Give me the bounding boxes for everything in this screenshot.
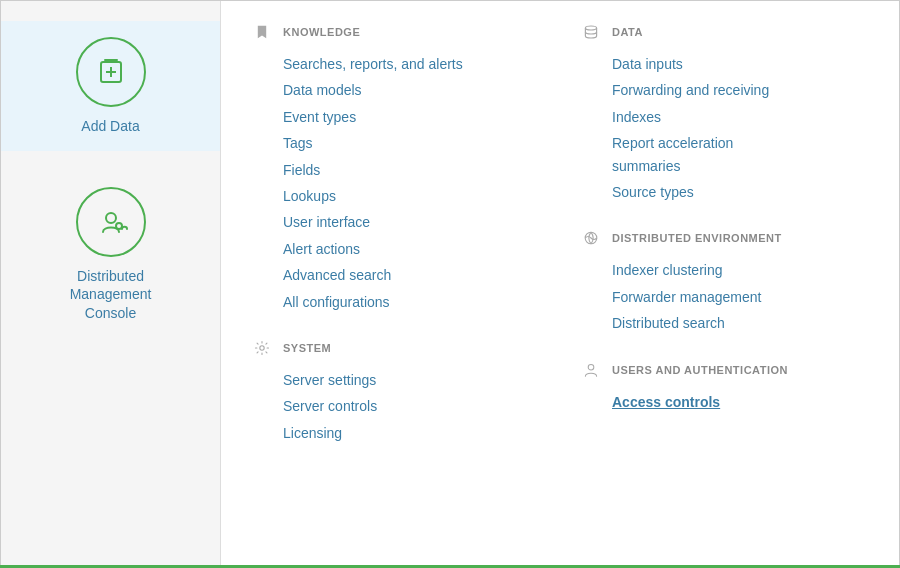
link-distributed-search[interactable]: Distributed search (612, 312, 869, 334)
add-data-icon (76, 37, 146, 107)
sidebar-item-add-data[interactable]: Add Data (1, 21, 220, 151)
data-title: DATA (612, 26, 643, 38)
svg-point-3 (106, 213, 116, 223)
dmc-icon (76, 187, 146, 257)
main-content: KNOWLEDGE Searches, reports, and alerts … (221, 1, 899, 567)
knowledge-header: KNOWLEDGE (251, 21, 540, 43)
svg-point-6 (585, 26, 596, 30)
sidebar-item-dmc[interactable]: DistributedManagementConsole (1, 171, 220, 338)
system-links: Server settings Server controls Licensin… (251, 369, 540, 444)
section-distributed: DISTRIBUTED ENVIRONMENT Indexer clusteri… (580, 227, 869, 334)
distributed-header: DISTRIBUTED ENVIRONMENT (580, 227, 869, 249)
bookmark-icon (251, 21, 273, 43)
users-auth-links: Access controls (580, 391, 869, 413)
link-access-controls[interactable]: Access controls (612, 391, 869, 413)
link-source-types[interactable]: Source types (612, 181, 869, 203)
section-data: DATA Data inputs Forwarding and receivin… (580, 21, 869, 203)
link-event-types[interactable]: Event types (283, 106, 540, 128)
settings-icon (251, 337, 273, 359)
sidebar: Add Data DistributedManagementConsole (1, 1, 221, 567)
link-data-inputs[interactable]: Data inputs (612, 53, 869, 75)
link-data-models[interactable]: Data models (283, 79, 540, 101)
left-column: KNOWLEDGE Searches, reports, and alerts … (251, 21, 540, 547)
system-header: SYSTEM (251, 337, 540, 359)
link-fields[interactable]: Fields (283, 159, 540, 181)
link-alert-actions[interactable]: Alert actions (283, 238, 540, 260)
link-server-controls[interactable]: Server controls (283, 395, 540, 417)
add-data-label: Add Data (81, 117, 139, 135)
link-user-interface[interactable]: User interface (283, 211, 540, 233)
knowledge-title: KNOWLEDGE (283, 26, 360, 38)
link-licensing[interactable]: Licensing (283, 422, 540, 444)
section-knowledge: KNOWLEDGE Searches, reports, and alerts … (251, 21, 540, 313)
users-auth-title: USERS AND AUTHENTICATION (612, 364, 788, 376)
network-icon (580, 227, 602, 249)
database-icon (580, 21, 602, 43)
dmc-label: DistributedManagementConsole (70, 267, 152, 322)
distributed-links: Indexer clustering Forwarder management … (580, 259, 869, 334)
link-report-acceleration[interactable]: Report accelerationsummaries (612, 132, 869, 177)
link-server-settings[interactable]: Server settings (283, 369, 540, 391)
link-indexer-clustering[interactable]: Indexer clustering (612, 259, 869, 281)
svg-point-8 (588, 364, 594, 370)
link-tags[interactable]: Tags (283, 132, 540, 154)
link-all-configurations[interactable]: All configurations (283, 291, 540, 313)
data-header: DATA (580, 21, 869, 43)
system-title: SYSTEM (283, 342, 331, 354)
link-searches-reports[interactable]: Searches, reports, and alerts (283, 53, 540, 75)
link-forwarder-management[interactable]: Forwarder management (612, 286, 869, 308)
person-icon (580, 359, 602, 381)
section-system: SYSTEM Server settings Server controls L… (251, 337, 540, 444)
section-users-auth: USERS AND AUTHENTICATION Access controls (580, 359, 869, 413)
link-advanced-search[interactable]: Advanced search (283, 264, 540, 286)
data-links: Data inputs Forwarding and receiving Ind… (580, 53, 869, 203)
link-lookups[interactable]: Lookups (283, 185, 540, 207)
svg-point-5 (260, 346, 264, 350)
right-column: DATA Data inputs Forwarding and receivin… (580, 21, 869, 547)
distributed-title: DISTRIBUTED ENVIRONMENT (612, 232, 782, 244)
link-indexes[interactable]: Indexes (612, 106, 869, 128)
knowledge-links: Searches, reports, and alerts Data model… (251, 53, 540, 313)
users-auth-header: USERS AND AUTHENTICATION (580, 359, 869, 381)
link-forwarding-receiving[interactable]: Forwarding and receiving (612, 79, 869, 101)
